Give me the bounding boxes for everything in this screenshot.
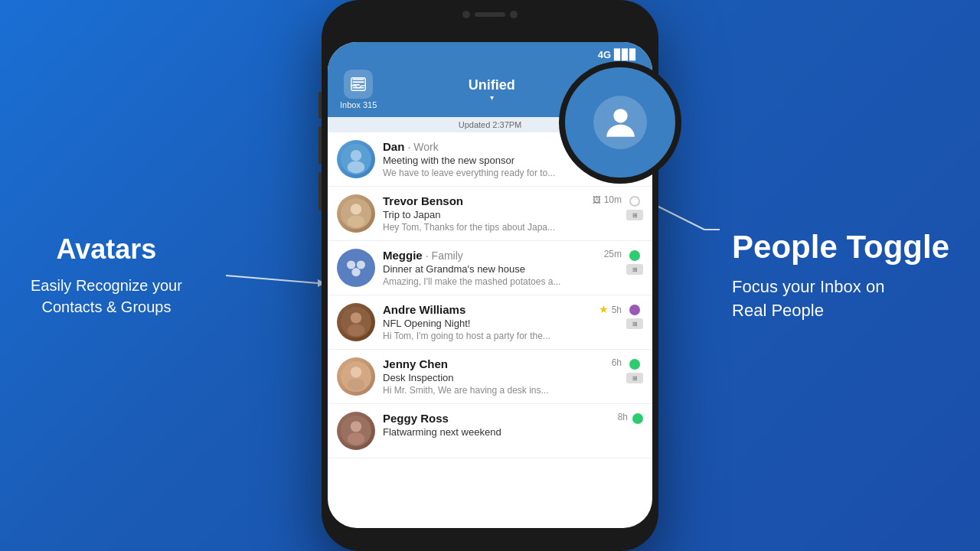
email-indicators-meggie: ⊞ bbox=[626, 250, 643, 275]
avatar-trevor bbox=[337, 194, 375, 233]
email-indicators-peggy bbox=[632, 413, 643, 424]
unread-indicator-peggy bbox=[632, 413, 643, 424]
email-subject-peggy: Flatwarming next weekend bbox=[383, 426, 628, 438]
email-sender-trevor: Trevor Benson bbox=[383, 194, 463, 207]
svg-line-0 bbox=[226, 276, 318, 283]
email-content-trevor: Trevor Benson 🖼 10m Trip to Japan Hey To… bbox=[383, 194, 622, 233]
mute-button bbox=[318, 92, 322, 119]
email-sender-meggie: Meggie · Family bbox=[383, 249, 463, 262]
network-status: 4G bbox=[598, 49, 611, 60]
email-time-jenny: 6h bbox=[612, 357, 622, 368]
email-preview-jenny: Hi Mr. Smith, We are having a desk ins..… bbox=[383, 385, 622, 396]
svg-point-24 bbox=[348, 432, 364, 445]
email-subject-jenny: Desk Inspection bbox=[383, 372, 622, 383]
svg-point-13 bbox=[347, 260, 355, 269]
phone: 4G ▊▊▊ Inbox 315 bbox=[322, 0, 658, 551]
email-time-peggy: 8h bbox=[618, 412, 628, 422]
email-item-meggie[interactable]: Meggie · Family 25m Dinner at Grandma's … bbox=[328, 241, 652, 295]
svg-point-21 bbox=[348, 378, 364, 390]
people-toggle-magnified bbox=[593, 96, 647, 149]
email-time-andre: ★ 5h bbox=[599, 303, 622, 315]
action-indicator-andre: ⊞ bbox=[626, 318, 643, 329]
email-item-trevor[interactable]: Trevor Benson 🖼 10m Trip to Japan Hey To… bbox=[328, 187, 652, 241]
svg-point-20 bbox=[351, 367, 361, 377]
inbox-label: Inbox 315 bbox=[340, 100, 377, 109]
right-annotation-title: People Toggle bbox=[732, 228, 949, 266]
dropdown-chevron[interactable]: ▾ bbox=[469, 93, 515, 102]
email-sender-andre: Andre Williams bbox=[383, 303, 466, 316]
avatar-jenny bbox=[337, 357, 375, 396]
right-annotation-subtitle: Focus your Inbox onReal People bbox=[732, 276, 949, 323]
svg-point-14 bbox=[357, 260, 365, 269]
left-annotation-title: Avatars bbox=[31, 233, 182, 266]
email-time-trevor: 🖼 10m bbox=[593, 194, 622, 205]
avatar-dan bbox=[337, 140, 375, 178]
front-camera bbox=[462, 11, 470, 18]
email-preview-andre: Hi Tom, I'm going to host a party for th… bbox=[383, 331, 622, 341]
email-content-peggy: Peggy Ross 8h Flatwarming next weekend bbox=[383, 412, 628, 439]
email-indicators-jenny: ⊞ bbox=[626, 359, 643, 383]
email-time-meggie: 25m bbox=[604, 249, 622, 259]
unified-label: Unified bbox=[469, 77, 515, 93]
sensor bbox=[510, 11, 518, 18]
avatar-meggie bbox=[337, 249, 375, 287]
svg-point-7 bbox=[351, 150, 361, 161]
email-subject-meggie: Dinner at Grandma's new house bbox=[383, 263, 622, 275]
svg-point-23 bbox=[351, 421, 361, 432]
status-bar: 4G ▊▊▊ bbox=[328, 42, 652, 64]
svg-point-8 bbox=[348, 161, 364, 173]
email-sender-peggy: Peggy Ross bbox=[383, 412, 449, 425]
email-sender-jenny: Jenny Chen bbox=[383, 357, 448, 370]
svg-point-11 bbox=[348, 215, 364, 227]
header-center: Unified ▾ bbox=[469, 77, 515, 102]
email-item-jenny[interactable]: Jenny Chen 6h Desk Inspection Hi Mr. Smi… bbox=[328, 350, 652, 404]
action-indicator-meggie: ⊞ bbox=[626, 264, 643, 275]
email-content-jenny: Jenny Chen 6h Desk Inspection Hi Mr. Smi… bbox=[383, 357, 622, 396]
email-subject-trevor: Trip to Japan bbox=[383, 209, 622, 220]
email-item-andre[interactable]: Andre Williams ★ 5h NFL Opening Night! H… bbox=[328, 295, 652, 350]
svg-point-15 bbox=[351, 268, 360, 276]
inbox-button[interactable]: Inbox 315 bbox=[340, 70, 377, 109]
speaker bbox=[475, 12, 505, 17]
svg-point-25 bbox=[613, 109, 627, 122]
right-annotation: People Toggle Focus your Inbox onReal Pe… bbox=[732, 228, 949, 323]
volume-down-button bbox=[318, 172, 322, 210]
email-indicators-trevor: ⊞ bbox=[626, 196, 643, 220]
svg-point-17 bbox=[351, 312, 361, 323]
magnify-circle bbox=[559, 61, 681, 184]
svg-point-18 bbox=[348, 324, 364, 336]
unread-indicator-trevor bbox=[629, 196, 640, 207]
action-indicator-trevor: ⊞ bbox=[626, 210, 643, 220]
left-annotation: Avatars Easily Recognize yourContacts & … bbox=[31, 233, 182, 318]
email-content-meggie: Meggie · Family 25m Dinner at Grandma's … bbox=[383, 249, 622, 287]
action-indicator-jenny: ⊞ bbox=[626, 373, 643, 383]
avatar-peggy bbox=[337, 412, 375, 450]
unread-indicator-andre bbox=[629, 305, 640, 315]
email-preview-trevor: Hey Tom, Thanks for the tips about Japa.… bbox=[383, 222, 622, 233]
left-annotation-subtitle: Easily Recognize yourContacts & Groups bbox=[31, 275, 182, 318]
email-indicators-andre: ⊞ bbox=[626, 305, 643, 329]
phone-notch bbox=[444, 6, 536, 23]
unread-indicator-meggie bbox=[629, 250, 640, 261]
volume-up-button bbox=[318, 126, 322, 165]
phone-frame: 4G ▊▊▊ Inbox 315 bbox=[322, 0, 658, 551]
signal-bars: ▊▊▊ bbox=[614, 49, 637, 60]
email-subject-andre: NFL Opening Night! bbox=[383, 318, 622, 329]
magnify-content bbox=[593, 96, 647, 149]
svg-point-10 bbox=[351, 204, 361, 214]
email-content-andre: Andre Williams ★ 5h NFL Opening Night! H… bbox=[383, 303, 622, 341]
inbox-icon bbox=[344, 70, 373, 99]
email-sender-dan: Dan · Work bbox=[383, 140, 439, 153]
email-preview-meggie: Amazing, I'll make the mashed potatoes a… bbox=[383, 276, 622, 287]
email-item-peggy[interactable]: Peggy Ross 8h Flatwarming next weekend bbox=[328, 404, 652, 458]
unread-indicator-jenny bbox=[629, 359, 640, 370]
avatar-andre bbox=[337, 303, 375, 341]
